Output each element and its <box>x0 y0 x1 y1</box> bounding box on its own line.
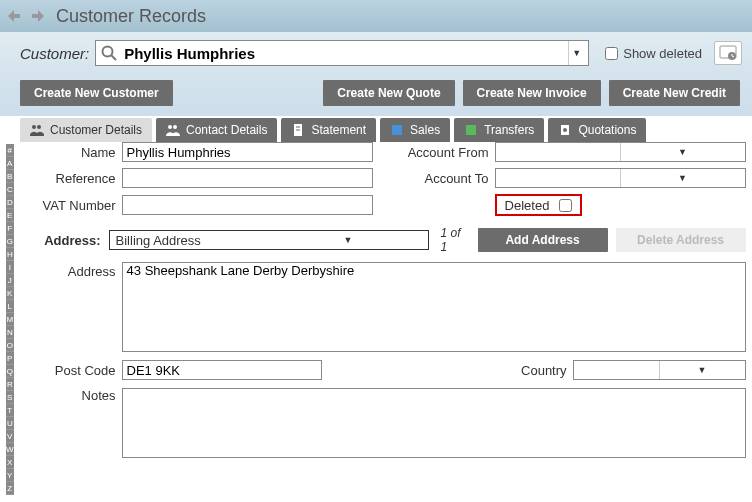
nav-forward-icon[interactable] <box>26 6 46 26</box>
customer-form: Name Account From ▼ Reference Account To… <box>14 134 752 502</box>
address-label: Address <box>26 262 116 352</box>
alpha-B[interactable]: B <box>6 170 14 183</box>
alpha-P[interactable]: P <box>6 352 14 365</box>
svg-point-8 <box>168 125 172 129</box>
address-input[interactable] <box>122 262 746 352</box>
alpha-K[interactable]: K <box>6 287 14 300</box>
alpha-S[interactable]: S <box>6 391 14 404</box>
alpha-R[interactable]: R <box>6 378 14 391</box>
account-from-label: Account From <box>379 145 489 160</box>
add-address-button[interactable]: Add Address <box>478 228 608 252</box>
alpha-E[interactable]: E <box>6 209 14 222</box>
country-select[interactable]: ▼ <box>573 360 746 380</box>
chevron-down-icon[interactable]: ▼ <box>620 143 745 161</box>
vat-input[interactable] <box>122 195 373 215</box>
alpha-G[interactable]: G <box>6 235 14 248</box>
svg-point-6 <box>32 125 36 129</box>
customer-search-input[interactable] <box>122 41 568 65</box>
alpha-Y[interactable]: Y <box>6 469 14 482</box>
account-from-select[interactable]: ▼ <box>495 142 746 162</box>
address-type-value: Billing Address <box>110 233 269 248</box>
alpha-D[interactable]: D <box>6 196 14 209</box>
postcode-label: Post Code <box>26 363 116 378</box>
alpha-index[interactable]: #ABCDEFGHIJKLMNOPQRSTUVWXYZ <box>6 144 14 502</box>
alpha-V[interactable]: V <box>6 430 14 443</box>
alpha-W[interactable]: W <box>6 443 14 456</box>
alpha-T[interactable]: T <box>6 404 14 417</box>
notes-input[interactable] <box>122 388 746 458</box>
create-credit-button[interactable]: Create New Credit <box>609 80 740 106</box>
svg-point-7 <box>37 125 41 129</box>
show-deleted-label: Show deleted <box>623 46 702 61</box>
nav-back-icon[interactable] <box>6 6 26 26</box>
svg-line-1 <box>111 55 116 60</box>
delete-address-button: Delete Address <box>616 228 746 252</box>
alpha-Z[interactable]: Z <box>6 482 14 495</box>
create-quote-button[interactable]: Create New Quote <box>323 80 454 106</box>
alpha-X[interactable]: X <box>6 456 14 469</box>
deleted-label: Deleted <box>505 198 550 213</box>
postcode-input[interactable] <box>122 360 322 380</box>
svg-point-9 <box>173 125 177 129</box>
alpha-A[interactable]: A <box>6 157 14 170</box>
search-icon <box>100 44 118 62</box>
page-title: Customer Records <box>56 6 206 27</box>
deleted-checkbox[interactable] <box>559 199 572 212</box>
alpha-J[interactable]: J <box>6 274 14 287</box>
show-deleted-checkbox[interactable] <box>605 47 618 60</box>
action-buttons-row: Create New Customer Create New Quote Cre… <box>0 74 752 116</box>
country-label: Country <box>507 363 567 378</box>
alpha-H[interactable]: H <box>6 248 14 261</box>
alpha-N[interactable]: N <box>6 326 14 339</box>
alpha-F[interactable]: F <box>6 222 14 235</box>
notes-label: Notes <box>26 388 116 458</box>
account-to-label: Account To <box>379 171 489 186</box>
show-deleted-toggle[interactable]: Show deleted <box>601 44 702 63</box>
customer-search-row: Customer: ▼ Show deleted <box>0 32 752 74</box>
alpha-U[interactable]: U <box>6 417 14 430</box>
alpha-#[interactable]: # <box>6 144 14 157</box>
reference-input[interactable] <box>122 168 373 188</box>
alpha-M[interactable]: M <box>6 313 14 326</box>
chevron-down-icon[interactable]: ▼ <box>620 169 745 187</box>
address-type-select[interactable]: Billing Address ▼ <box>109 230 429 250</box>
chevron-down-icon[interactable]: ▼ <box>659 361 745 379</box>
alpha-C[interactable]: C <box>6 183 14 196</box>
alpha-O[interactable]: O <box>6 339 14 352</box>
vat-label: VAT Number <box>26 198 116 213</box>
address-heading: Address: <box>26 233 101 248</box>
customer-label: Customer: <box>20 45 89 62</box>
create-invoice-button[interactable]: Create New Invoice <box>463 80 601 106</box>
svg-point-16 <box>563 128 567 132</box>
alpha-Q[interactable]: Q <box>6 365 14 378</box>
address-count: 1 of 1 <box>441 226 466 254</box>
window-header: Customer Records <box>0 0 752 32</box>
history-icon[interactable] <box>714 41 742 65</box>
name-input[interactable] <box>122 142 373 162</box>
name-label: Name <box>26 145 116 160</box>
customer-search-dropdown[interactable]: ▼ <box>568 41 584 65</box>
deleted-highlight: Deleted <box>495 194 583 216</box>
alpha-I[interactable]: I <box>6 261 14 274</box>
alpha-L[interactable]: L <box>6 300 14 313</box>
account-to-select[interactable]: ▼ <box>495 168 746 188</box>
chevron-down-icon[interactable]: ▼ <box>269 235 428 245</box>
create-customer-button[interactable]: Create New Customer <box>20 80 173 106</box>
reference-label: Reference <box>26 171 116 186</box>
customer-search-box[interactable]: ▼ <box>95 40 589 66</box>
